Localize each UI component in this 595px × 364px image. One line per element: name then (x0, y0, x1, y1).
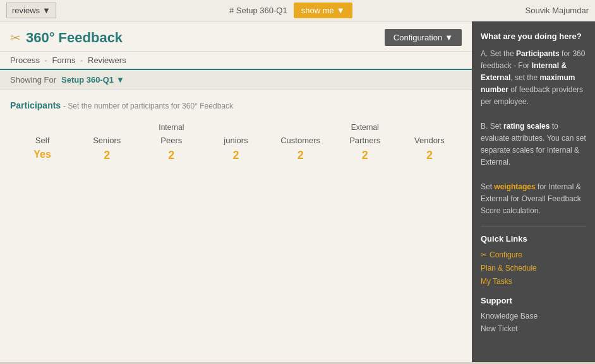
customers-group-header (299, 123, 301, 134)
participant-col-seniors: Seniors 2 (75, 123, 139, 162)
vendors-group-header (428, 123, 430, 134)
external-group-header: External (351, 123, 379, 134)
setup-link: # Setup 360-Q1 (229, 6, 287, 15)
seniors-label: Seniors (93, 136, 121, 145)
configure-label: Configure (490, 249, 522, 261)
vendors-label: Vendors (414, 136, 445, 145)
page-header: ✂ 360° Feedback Configuration ▼ (0, 21, 472, 52)
participant-col-juniors: juniors 2 (203, 123, 268, 162)
self-group-header (41, 123, 43, 134)
quick-links-title: Quick Links (481, 233, 586, 245)
internal-group-header: Internal (159, 123, 184, 134)
quick-link-my-tasks[interactable]: My Tasks (481, 276, 586, 287)
quick-link-plan-schedule[interactable]: Plan & Schedule (481, 262, 586, 274)
partners-value: 2 (362, 149, 368, 162)
participant-col-partners: External Partners 2 (333, 123, 397, 162)
quick-link-configure[interactable]: ✂ Configure (481, 249, 586, 261)
reviews-label: reviews (12, 6, 40, 15)
dropdown-arrow-icon: ▼ (42, 6, 51, 15)
showing-for-value: Setup 360-Q1 (61, 75, 114, 85)
show-me-button[interactable]: show me ▼ (294, 3, 352, 18)
participant-col-peers: Internal Peers 2 (139, 123, 203, 162)
scissors-icon: ✂ (10, 30, 21, 45)
user-name: Souvik Majumdar (526, 6, 589, 15)
juniors-value: 2 (232, 149, 239, 162)
participants-grid: Self Yes Seniors 2 Internal Peers 2 (10, 123, 462, 162)
plan-schedule-label: Plan & Schedule (481, 262, 537, 274)
knowledge-base-link[interactable]: Knowledge Base (481, 310, 586, 322)
breadcrumb-process[interactable]: Process (10, 56, 40, 65)
partners-label: Partners (349, 136, 380, 145)
peers-value: 2 (168, 149, 174, 162)
left-content: ✂ 360° Feedback Configuration ▼ Process … (0, 21, 472, 362)
support-title: Support (481, 295, 586, 307)
sidebar-divider-1 (481, 226, 586, 226)
participant-col-self: Self Yes (10, 123, 75, 160)
show-me-arrow-icon: ▼ (337, 6, 345, 15)
participants-subtitle: - Set the number of participants for 360… (63, 102, 233, 110)
participants-header: Participants - Set the number of partici… (10, 100, 462, 110)
vendors-value: 2 (426, 149, 433, 162)
showing-for-label: Showing For (10, 75, 56, 85)
breadcrumb-sep1: - (45, 56, 47, 65)
showing-for-bar: Showing For Setup 360-Q1 ▼ (0, 70, 472, 90)
config-label: Configuration (394, 33, 442, 42)
breadcrumb-sep2: - (80, 56, 83, 65)
sidebar-body: A. Set the Participants for 360 feedback… (481, 48, 586, 218)
main-area: ✂ 360° Feedback Configuration ▼ Process … (0, 21, 595, 362)
participants-section: Participants - Set the number of partici… (0, 90, 472, 172)
configuration-button[interactable]: Configuration ▼ (385, 29, 462, 46)
new-ticket-link[interactable]: New Ticket (481, 323, 586, 334)
self-label: Self (35, 136, 49, 145)
configure-icon: ✂ (481, 249, 487, 261)
juniors-group-header (235, 123, 237, 134)
showing-for-arrow-icon: ▼ (116, 75, 124, 85)
seniors-value: 2 (104, 149, 110, 162)
participant-col-vendors: Vendors 2 (397, 123, 462, 162)
showing-for-dropdown[interactable]: Setup 360-Q1 ▼ (61, 75, 124, 85)
page-title: 360° Feedback (26, 30, 123, 46)
top-bar-center: # Setup 360-Q1 show me ▼ (229, 3, 352, 18)
right-sidebar: What are you doing here? A. Set the Part… (472, 21, 595, 362)
page-title-area: ✂ 360° Feedback (10, 30, 123, 46)
participants-title: Participants (10, 100, 61, 110)
breadcrumb-reviewers[interactable]: Reviewers (88, 56, 126, 65)
customers-label: Customers (280, 136, 320, 145)
customers-value: 2 (298, 149, 304, 162)
top-bar: reviews ▼ # Setup 360-Q1 show me ▼ Souvi… (0, 0, 595, 21)
participant-col-customers: Customers 2 (268, 123, 333, 162)
seniors-group-header (106, 123, 108, 134)
show-me-label: show me (301, 6, 334, 15)
top-bar-left: reviews ▼ (6, 3, 56, 18)
my-tasks-label: My Tasks (481, 276, 512, 287)
config-arrow-icon: ▼ (445, 33, 453, 42)
peers-label: Peers (160, 136, 182, 145)
reviews-dropdown[interactable]: reviews ▼ (6, 3, 56, 18)
sidebar-what-title: What are you doing here? (481, 30, 586, 43)
self-value: Yes (33, 149, 51, 160)
juniors-label: juniors (224, 136, 248, 145)
breadcrumb-nav: Process - Forms - Reviewers (0, 52, 472, 70)
breadcrumb-forms[interactable]: Forms (52, 56, 76, 65)
